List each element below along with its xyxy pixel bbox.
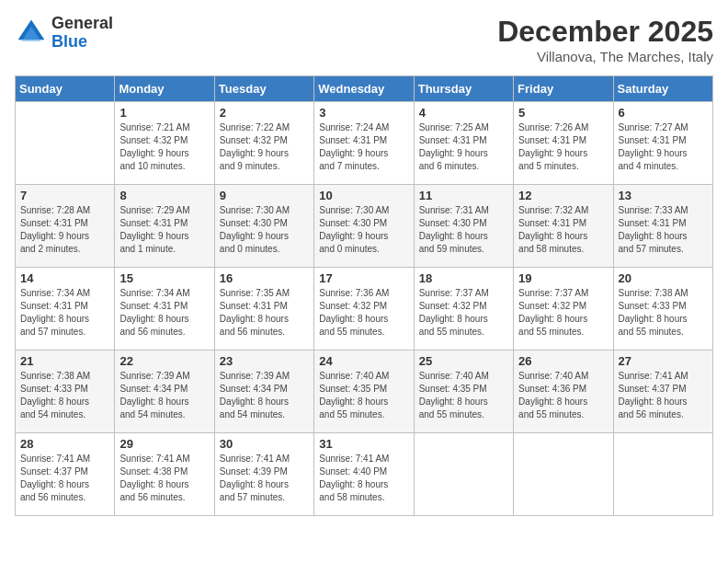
calendar-weekday-header: Sunday	[16, 76, 115, 102]
page-header: General Blue December 2025 Villanova, Th…	[15, 15, 713, 64]
calendar-weekday-header: Friday	[514, 76, 613, 102]
day-info: Sunrise: 7:40 AM Sunset: 4:35 PM Dayligh…	[319, 370, 408, 421]
calendar-cell: 18Sunrise: 7:37 AM Sunset: 4:32 PM Dayli…	[414, 268, 513, 350]
calendar-cell: 27Sunrise: 7:41 AM Sunset: 4:37 PM Dayli…	[613, 350, 712, 433]
day-number: 27	[619, 354, 708, 368]
day-info: Sunrise: 7:40 AM Sunset: 4:35 PM Dayligh…	[419, 370, 508, 421]
day-number: 21	[20, 354, 109, 368]
day-info: Sunrise: 7:41 AM Sunset: 4:39 PM Dayligh…	[220, 453, 309, 504]
day-info: Sunrise: 7:32 AM Sunset: 4:31 PM Dayligh…	[518, 204, 608, 256]
calendar-cell: 21Sunrise: 7:38 AM Sunset: 4:33 PM Dayli…	[16, 350, 115, 433]
day-info: Sunrise: 7:41 AM Sunset: 4:37 PM Dayligh…	[619, 370, 708, 421]
day-number: 3	[319, 106, 408, 120]
calendar-week-row: 7Sunrise: 7:28 AM Sunset: 4:31 PM Daylig…	[16, 185, 713, 268]
day-number: 11	[419, 189, 508, 202]
calendar-weekday-header: Thursday	[414, 76, 513, 102]
day-number: 31	[319, 437, 408, 451]
day-number: 28	[20, 437, 109, 451]
calendar-cell: 7Sunrise: 7:28 AM Sunset: 4:31 PM Daylig…	[16, 185, 115, 268]
calendar-cell: 19Sunrise: 7:37 AM Sunset: 4:32 PM Dayli…	[514, 268, 613, 350]
calendar-cell: 24Sunrise: 7:40 AM Sunset: 4:35 PM Dayli…	[314, 350, 414, 433]
calendar-cell: 23Sunrise: 7:39 AM Sunset: 4:34 PM Dayli…	[214, 350, 313, 433]
day-number: 22	[119, 354, 209, 368]
day-info: Sunrise: 7:38 AM Sunset: 4:33 PM Dayligh…	[619, 287, 708, 339]
day-info: Sunrise: 7:21 AM Sunset: 4:32 PM Dayligh…	[119, 121, 209, 173]
month-title: December 2025	[497, 15, 713, 49]
calendar-cell: 8Sunrise: 7:29 AM Sunset: 4:31 PM Daylig…	[115, 185, 214, 268]
calendar-weekday-header: Saturday	[613, 76, 712, 102]
logo-text: General Blue	[51, 15, 113, 52]
calendar-week-row: 21Sunrise: 7:38 AM Sunset: 4:33 PM Dayli…	[16, 350, 713, 433]
location: Villanova, The Marches, Italy	[497, 49, 713, 64]
calendar-cell	[414, 433, 513, 516]
calendar-cell: 11Sunrise: 7:31 AM Sunset: 4:30 PM Dayli…	[414, 185, 513, 268]
day-info: Sunrise: 7:28 AM Sunset: 4:31 PM Dayligh…	[20, 204, 109, 256]
calendar-cell: 17Sunrise: 7:36 AM Sunset: 4:32 PM Dayli…	[314, 268, 414, 350]
calendar-weekday-header: Tuesday	[214, 76, 313, 102]
calendar-cell: 20Sunrise: 7:38 AM Sunset: 4:33 PM Dayli…	[613, 268, 712, 350]
day-number: 8	[119, 189, 209, 202]
day-number: 6	[619, 106, 708, 120]
day-info: Sunrise: 7:24 AM Sunset: 4:31 PM Dayligh…	[319, 121, 408, 173]
day-info: Sunrise: 7:27 AM Sunset: 4:31 PM Dayligh…	[619, 121, 708, 173]
day-number: 9	[220, 189, 309, 202]
day-info: Sunrise: 7:40 AM Sunset: 4:36 PM Dayligh…	[518, 370, 608, 421]
day-number: 19	[518, 271, 608, 285]
day-info: Sunrise: 7:34 AM Sunset: 4:31 PM Dayligh…	[20, 287, 109, 339]
calendar-cell: 26Sunrise: 7:40 AM Sunset: 4:36 PM Dayli…	[514, 350, 613, 433]
calendar-table: SundayMondayTuesdayWednesdayThursdayFrid…	[15, 75, 713, 516]
day-info: Sunrise: 7:26 AM Sunset: 4:31 PM Dayligh…	[518, 121, 608, 173]
day-info: Sunrise: 7:29 AM Sunset: 4:31 PM Dayligh…	[119, 204, 209, 256]
day-number: 1	[119, 106, 209, 120]
day-number: 13	[619, 189, 708, 202]
day-number: 15	[119, 271, 209, 285]
calendar-cell: 3Sunrise: 7:24 AM Sunset: 4:31 PM Daylig…	[314, 102, 414, 185]
calendar-cell: 1Sunrise: 7:21 AM Sunset: 4:32 PM Daylig…	[115, 102, 214, 185]
calendar-cell: 28Sunrise: 7:41 AM Sunset: 4:37 PM Dayli…	[16, 433, 115, 516]
day-info: Sunrise: 7:35 AM Sunset: 4:31 PM Dayligh…	[220, 287, 309, 339]
day-number: 14	[20, 271, 109, 285]
logo-icon	[15, 17, 48, 50]
day-number: 12	[518, 189, 608, 202]
title-block: December 2025 Villanova, The Marches, It…	[497, 15, 713, 64]
day-number: 23	[220, 354, 309, 368]
day-number: 25	[419, 354, 508, 368]
calendar-cell	[514, 433, 613, 516]
day-info: Sunrise: 7:41 AM Sunset: 4:37 PM Dayligh…	[20, 453, 109, 504]
day-info: Sunrise: 7:34 AM Sunset: 4:31 PM Dayligh…	[119, 287, 209, 339]
day-info: Sunrise: 7:41 AM Sunset: 4:40 PM Dayligh…	[319, 453, 408, 504]
calendar-cell: 4Sunrise: 7:25 AM Sunset: 4:31 PM Daylig…	[414, 102, 513, 185]
day-number: 5	[518, 106, 608, 120]
calendar-cell: 25Sunrise: 7:40 AM Sunset: 4:35 PM Dayli…	[414, 350, 513, 433]
day-info: Sunrise: 7:39 AM Sunset: 4:34 PM Dayligh…	[220, 370, 309, 421]
day-number: 24	[319, 354, 408, 368]
calendar-cell: 14Sunrise: 7:34 AM Sunset: 4:31 PM Dayli…	[16, 268, 115, 350]
calendar-cell: 29Sunrise: 7:41 AM Sunset: 4:38 PM Dayli…	[115, 433, 214, 516]
day-number: 30	[220, 437, 309, 451]
calendar-cell	[16, 102, 115, 185]
day-number: 20	[619, 271, 708, 285]
day-info: Sunrise: 7:25 AM Sunset: 4:31 PM Dayligh…	[419, 121, 508, 173]
day-info: Sunrise: 7:30 AM Sunset: 4:30 PM Dayligh…	[220, 204, 309, 256]
logo: General Blue	[15, 15, 113, 52]
calendar-cell: 15Sunrise: 7:34 AM Sunset: 4:31 PM Dayli…	[115, 268, 214, 350]
day-info: Sunrise: 7:38 AM Sunset: 4:33 PM Dayligh…	[20, 370, 109, 421]
day-info: Sunrise: 7:37 AM Sunset: 4:32 PM Dayligh…	[419, 287, 508, 339]
day-info: Sunrise: 7:39 AM Sunset: 4:34 PM Dayligh…	[119, 370, 209, 421]
calendar-cell: 30Sunrise: 7:41 AM Sunset: 4:39 PM Dayli…	[214, 433, 313, 516]
calendar-cell: 31Sunrise: 7:41 AM Sunset: 4:40 PM Dayli…	[314, 433, 414, 516]
day-number: 18	[419, 271, 508, 285]
calendar-cell: 6Sunrise: 7:27 AM Sunset: 4:31 PM Daylig…	[613, 102, 712, 185]
calendar-week-row: 28Sunrise: 7:41 AM Sunset: 4:37 PM Dayli…	[16, 433, 713, 516]
day-number: 16	[220, 271, 309, 285]
day-info: Sunrise: 7:31 AM Sunset: 4:30 PM Dayligh…	[419, 204, 508, 256]
day-number: 2	[220, 106, 309, 120]
calendar-week-row: 1Sunrise: 7:21 AM Sunset: 4:32 PM Daylig…	[16, 102, 713, 185]
calendar-cell: 10Sunrise: 7:30 AM Sunset: 4:30 PM Dayli…	[314, 185, 414, 268]
day-number: 29	[119, 437, 209, 451]
calendar-week-row: 14Sunrise: 7:34 AM Sunset: 4:31 PM Dayli…	[16, 268, 713, 350]
calendar-cell: 22Sunrise: 7:39 AM Sunset: 4:34 PM Dayli…	[115, 350, 214, 433]
day-info: Sunrise: 7:37 AM Sunset: 4:32 PM Dayligh…	[518, 287, 608, 339]
calendar-cell	[613, 433, 712, 516]
calendar-body: 1Sunrise: 7:21 AM Sunset: 4:32 PM Daylig…	[16, 102, 713, 516]
